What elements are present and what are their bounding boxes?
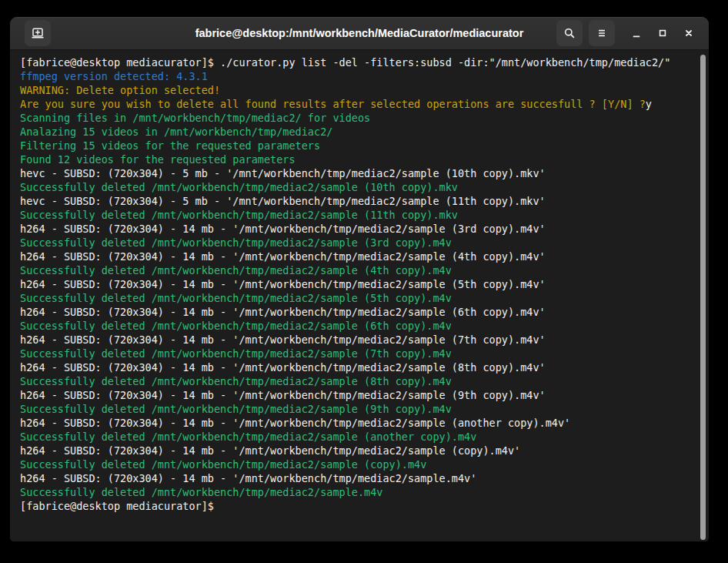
- terminal-text-segment: WARNING: Delete option selected!: [20, 84, 220, 96]
- terminal-line: Successfully deleted /mnt/workbench/tmp/…: [20, 319, 693, 333]
- close-button[interactable]: [680, 24, 698, 42]
- terminal-text-segment: ffmpeg version detected: 4.3.1: [20, 70, 208, 82]
- minimize-button[interactable]: [627, 24, 646, 42]
- terminal-line: h264 - SUBSD: (720x304) - 14 mb - '/mnt/…: [20, 250, 693, 263]
- maximize-icon: [656, 27, 669, 39]
- terminal-text-segment: hevc - SUBSD: (720x304) - 5 mb - '/mnt/w…: [20, 167, 546, 179]
- window-title: fabrice@desktop:/mnt/workbench/MediaCura…: [195, 27, 524, 39]
- terminal-line: Analazing 15 videos in /mnt/workbench/tm…: [20, 125, 693, 139]
- window-controls: [627, 24, 698, 42]
- desktop-background: fabrice@desktop:/mnt/workbench/MediaCura…: [0, 0, 728, 563]
- terminal-text-segment: Successfully deleted /mnt/workbench/tmp/…: [20, 486, 382, 498]
- terminal-text-segment: Successfully deleted /mnt/workbench/tmp/…: [20, 292, 452, 304]
- terminal-text-segment: [fabrice@desktop mediacurator]$ ./curato…: [20, 56, 670, 69]
- terminal-text-segment: Successfully deleted /mnt/workbench/tmp/…: [20, 375, 452, 387]
- terminal-text-segment: Successfully deleted /mnt/workbench/tmp/…: [20, 347, 452, 360]
- terminal-text-segment: h264 - SUBSD: (720x304) - 14 mb - '/mnt/…: [20, 361, 546, 374]
- terminal-line: Successfully deleted /mnt/workbench/tmp/…: [20, 430, 693, 444]
- terminal-text-segment: Are you sure you wish to delete all foun…: [20, 98, 646, 110]
- terminal-text-segment: Found 12 videos for the requested parame…: [20, 153, 296, 166]
- terminal-line: WARNING: Delete option selected!: [20, 83, 693, 97]
- terminal-line: h264 - SUBSD: (720x304) - 14 mb - '/mnt/…: [20, 277, 693, 291]
- terminal-line: h264 - SUBSD: (720x304) - 14 mb - '/mnt/…: [20, 360, 693, 374]
- titlebar[interactable]: fabrice@desktop:/mnt/workbench/MediaCura…: [10, 17, 709, 50]
- terminal-text-segment: h264 - SUBSD: (720x304) - 14 mb - '/mnt/…: [20, 278, 546, 290]
- terminal-text-segment: h264 - SUBSD: (720x304) - 14 mb - '/mnt/…: [20, 417, 570, 429]
- terminal-text-segment: hevc - SUBSD: (720x304) - 5 mb - '/mnt/w…: [20, 195, 546, 207]
- terminal-text-segment: y: [646, 98, 652, 110]
- terminal-text-segment: h264 - SUBSD: (720x304) - 14 mb - '/mnt/…: [20, 223, 546, 235]
- terminal-text-segment: h264 - SUBSD: (720x304) - 14 mb - '/mnt/…: [20, 472, 476, 484]
- terminal-line: Filtering 15 videos for the requested pa…: [20, 139, 693, 152]
- new-tab-button[interactable]: [25, 20, 51, 46]
- terminal-text-segment: h264 - SUBSD: (720x304) - 14 mb - '/mnt/…: [20, 333, 546, 346]
- terminal-line: hevc - SUBSD: (720x304) - 5 mb - '/mnt/w…: [20, 166, 693, 180]
- terminal-text-segment: Scanning files in /mnt/workbench/tmp/med…: [20, 112, 370, 124]
- terminal-text-segment: h264 - SUBSD: (720x304) - 14 mb - '/mnt/…: [20, 444, 520, 457]
- terminal-line: h264 - SUBSD: (720x304) - 14 mb - '/mnt/…: [20, 388, 693, 402]
- terminal-line: h264 - SUBSD: (720x304) - 14 mb - '/mnt/…: [20, 222, 693, 236]
- terminal-line: [fabrice@desktop mediacurator]$: [20, 499, 693, 513]
- terminal-text-segment: [fabrice@desktop mediacurator]$: [20, 500, 214, 512]
- terminal-line: h264 - SUBSD: (720x304) - 14 mb - '/mnt/…: [20, 333, 693, 347]
- search-button[interactable]: [556, 20, 583, 46]
- close-icon: [683, 27, 695, 39]
- new-tab-icon: [32, 27, 44, 39]
- terminal-text-segment: Analazing 15 videos in /mnt/workbench/tm…: [20, 126, 332, 138]
- terminal-viewport[interactable]: [fabrice@desktop mediacurator]$ ./curato…: [10, 50, 709, 541]
- terminal-line: Successfully deleted /mnt/workbench/tmp/…: [20, 180, 693, 194]
- titlebar-actions: [556, 20, 709, 46]
- menu-button[interactable]: [589, 20, 615, 46]
- terminal-line: ffmpeg version detected: 4.3.1: [20, 69, 693, 83]
- terminal-line: h264 - SUBSD: (720x304) - 14 mb - '/mnt/…: [20, 471, 693, 485]
- terminal-output: [fabrice@desktop mediacurator]$ ./curato…: [20, 55, 693, 513]
- terminal-line: Successfully deleted /mnt/workbench/tmp/…: [20, 374, 693, 388]
- terminal-text-segment: Successfully deleted /mnt/workbench/tmp/…: [20, 236, 452, 249]
- terminal-text-segment: Filtering 15 videos for the requested pa…: [20, 139, 320, 152]
- terminal-line: Successfully deleted /mnt/workbench/tmp/…: [20, 291, 693, 305]
- terminal-text-segment: Successfully deleted /mnt/workbench/tmp/…: [20, 431, 476, 443]
- terminal-line: hevc - SUBSD: (720x304) - 5 mb - '/mnt/w…: [20, 194, 693, 208]
- terminal-text-segment: Successfully deleted /mnt/workbench/tmp/…: [20, 264, 452, 276]
- terminal-line: Scanning files in /mnt/workbench/tmp/med…: [20, 111, 693, 125]
- minimize-icon: [630, 27, 643, 39]
- terminal-line: Successfully deleted /mnt/workbench/tmp/…: [20, 208, 693, 222]
- terminal-line: Found 12 videos for the requested parame…: [20, 152, 693, 166]
- scrollbar-thumb[interactable]: [700, 55, 706, 540]
- terminal-line: h264 - SUBSD: (720x304) - 14 mb - '/mnt/…: [20, 305, 693, 319]
- terminal-window: fabrice@desktop:/mnt/workbench/MediaCura…: [10, 17, 709, 541]
- terminal-text-segment: h264 - SUBSD: (720x304) - 14 mb - '/mnt/…: [20, 389, 546, 401]
- terminal-line: Successfully deleted /mnt/workbench/tmp/…: [20, 347, 693, 360]
- terminal-line: [fabrice@desktop mediacurator]$ ./curato…: [20, 55, 693, 69]
- terminal-line: Successfully deleted /mnt/workbench/tmp/…: [20, 485, 693, 499]
- terminal-text-segment: Successfully deleted /mnt/workbench/tmp/…: [20, 458, 426, 471]
- terminal-line: Successfully deleted /mnt/workbench/tmp/…: [20, 263, 693, 277]
- terminal-text-segment: h264 - SUBSD: (720x304) - 14 mb - '/mnt/…: [20, 250, 546, 263]
- maximize-button[interactable]: [653, 24, 672, 42]
- terminal-text-segment: h264 - SUBSD: (720x304) - 14 mb - '/mnt/…: [20, 306, 546, 318]
- terminal-line: Successfully deleted /mnt/workbench/tmp/…: [20, 457, 693, 471]
- terminal-line: Are you sure you wish to delete all foun…: [20, 97, 693, 111]
- terminal-line: h264 - SUBSD: (720x304) - 14 mb - '/mnt/…: [20, 416, 693, 430]
- terminal-text-segment: Successfully deleted /mnt/workbench/tmp/…: [20, 181, 458, 193]
- terminal-text-segment: Successfully deleted /mnt/workbench/tmp/…: [20, 320, 452, 332]
- menu-icon: [596, 27, 608, 39]
- terminal-line: Successfully deleted /mnt/workbench/tmp/…: [20, 236, 693, 250]
- terminal-line: h264 - SUBSD: (720x304) - 14 mb - '/mnt/…: [20, 444, 693, 457]
- search-icon: [563, 27, 576, 39]
- terminal-text-segment: Successfully deleted /mnt/workbench/tmp/…: [20, 209, 458, 221]
- terminal-line: Successfully deleted /mnt/workbench/tmp/…: [20, 402, 693, 416]
- terminal-text-segment: Successfully deleted /mnt/workbench/tmp/…: [20, 403, 452, 415]
